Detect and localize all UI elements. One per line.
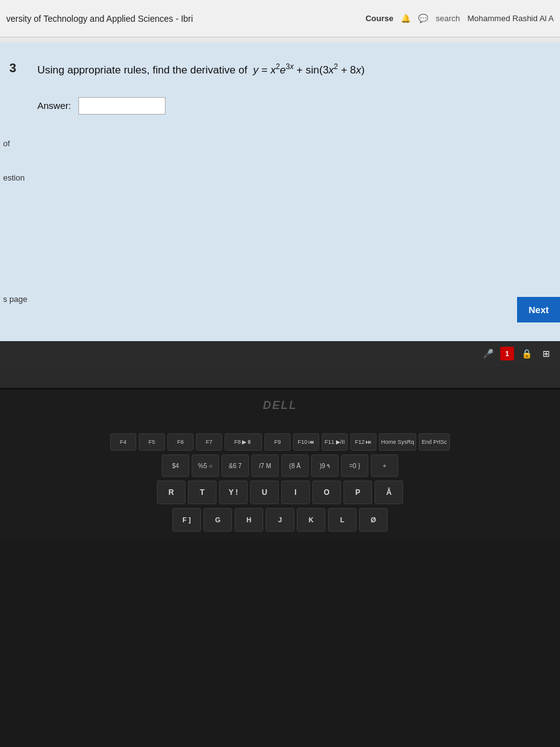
f5-key[interactable]: F5 xyxy=(139,433,165,451)
answer-label: Answer: xyxy=(37,100,71,111)
key-i[interactable]: I xyxy=(281,481,310,504)
f4-key[interactable]: F4 xyxy=(110,433,136,451)
key-a-umlaut[interactable]: Å xyxy=(375,481,403,504)
key-t[interactable]: T xyxy=(188,481,217,504)
key-h[interactable]: H xyxy=(235,508,263,532)
side-label-spage: s page xyxy=(0,294,27,304)
question-prefix: Using appropriate rules, find the deriva… xyxy=(37,64,247,76)
key-k[interactable]: K xyxy=(297,508,325,532)
f12-key[interactable]: F12 ⏭ xyxy=(350,433,376,451)
question-area: 3 of estion s page Using appropriate rul… xyxy=(0,42,560,341)
next-button[interactable]: Next xyxy=(517,297,560,322)
answer-row: Answer: xyxy=(37,97,535,115)
key-y[interactable]: Y ! xyxy=(219,481,248,504)
fn-key-row: F4 F5 F6 F7 F8 ▶⏸ F9 F10 ⏮ F11 ▶/II F12 … xyxy=(6,433,554,451)
f10-key[interactable]: F10 ⏮ xyxy=(293,433,319,451)
taskbar: 🎤 1 🔒 ⊞ xyxy=(0,341,560,366)
num-key-row: $4 %5 ○ &6 7 /7 M (8 Ä )9 ٩ =0 } + xyxy=(6,454,554,477)
formula-display: y = x2e3x + sin(3x2 + 8x) xyxy=(250,64,365,76)
course-label: Course xyxy=(365,14,393,23)
notification-badge[interactable]: 1 xyxy=(500,347,514,360)
divider xyxy=(0,37,560,42)
f7-key[interactable]: F7 xyxy=(196,433,222,451)
key-plus[interactable]: + xyxy=(371,454,398,477)
key-p[interactable]: P xyxy=(343,481,372,504)
top-bar: versity of Technology and Applied Scienc… xyxy=(0,0,560,37)
alpha-row-2: F ] G H J K L Ø xyxy=(6,508,554,532)
key-u[interactable]: U xyxy=(250,481,279,504)
key-j[interactable]: J xyxy=(266,508,294,532)
bell-icon[interactable]: 🔔 xyxy=(401,14,411,23)
top-bar-right: Course 🔔 💬 search Mohammed Rashid Al A xyxy=(365,14,554,23)
key-8[interactable]: (8 Ä xyxy=(281,454,309,477)
key-6[interactable]: &6 7 xyxy=(222,454,249,477)
keyboard-area: F4 F5 F6 F7 F8 ▶⏸ F9 F10 ⏮ F11 ▶/II F12 … xyxy=(0,421,560,538)
question-number: 3 xyxy=(9,61,16,75)
key-0[interactable]: =0 } xyxy=(341,454,368,477)
alpha-row-1: R T Y ! U I O P Å xyxy=(6,481,554,504)
question-text: Using appropriate rules, find the deriva… xyxy=(37,61,535,78)
dell-logo: DELL xyxy=(263,399,297,412)
end-key[interactable]: End PrtSc xyxy=(419,433,450,451)
lock-icon[interactable]: 🔒 xyxy=(519,346,534,361)
dell-logo-area: DELL xyxy=(0,390,560,421)
home-key[interactable]: Home SysRq xyxy=(379,433,416,451)
key-9[interactable]: )9 ٩ xyxy=(311,454,338,477)
key-7[interactable]: /7 M xyxy=(251,454,279,477)
laptop-bezel xyxy=(0,366,560,390)
key-oslash[interactable]: Ø xyxy=(359,508,388,532)
key-r[interactable]: R xyxy=(157,481,185,504)
f8-key[interactable]: F8 ▶⏸ xyxy=(225,433,262,451)
app-title: versity of Technology and Applied Scienc… xyxy=(6,14,365,24)
f6-key[interactable]: F6 xyxy=(167,433,194,451)
key-4[interactable]: $4 xyxy=(162,454,189,477)
microphone-icon[interactable]: 🎤 xyxy=(480,346,495,361)
user-name: Mohammed Rashid Al A xyxy=(467,14,554,23)
key-g[interactable]: G xyxy=(203,508,232,532)
key-f[interactable]: F ] xyxy=(172,508,201,532)
windows-icon[interactable]: ⊞ xyxy=(539,346,554,361)
side-label-of: of xyxy=(0,139,10,148)
key-o[interactable]: O xyxy=(312,481,341,504)
f11-key[interactable]: F11 ▶/II xyxy=(322,433,348,451)
search-label: search xyxy=(436,14,460,23)
f9-key[interactable]: F9 xyxy=(264,433,291,451)
key-5[interactable]: %5 ○ xyxy=(192,454,219,477)
key-l[interactable]: L xyxy=(328,508,357,532)
chat-icon[interactable]: 💬 xyxy=(418,14,428,23)
answer-input[interactable] xyxy=(78,97,166,115)
side-label-estion: estion xyxy=(0,173,25,182)
